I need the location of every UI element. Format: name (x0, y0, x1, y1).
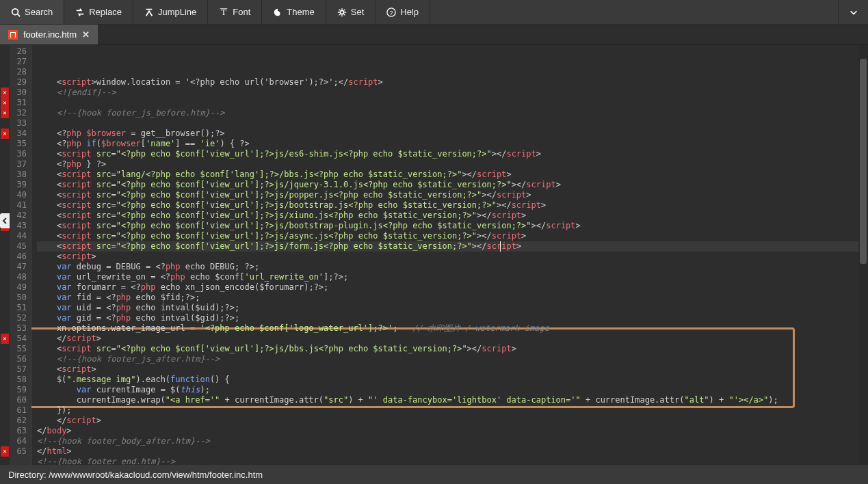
line-number: 46 (10, 252, 27, 262)
side-chevron-tab[interactable] (0, 213, 10, 228)
html5-icon (8, 30, 18, 40)
line-number: 49 (10, 282, 27, 293)
code-line[interactable]: <script src="lang/<?php echo $conf['lang… (37, 170, 868, 180)
font-label: Font (233, 7, 250, 17)
code-line[interactable]: <script src="<?php echo $conf['view_url'… (37, 200, 868, 211)
code-line[interactable]: var forumarr = <?php echo xn_json_encode… (37, 282, 868, 293)
line-number: 26 (10, 46, 27, 57)
code-line[interactable]: <script src="<?php echo $conf['view_url'… (37, 180, 868, 190)
line-number: 52 (10, 313, 27, 323)
line-number: 36 (10, 149, 27, 159)
text-cursor (500, 241, 501, 252)
collapse-toolbar-button[interactable] (838, 0, 868, 24)
code-line[interactable]: xn.options.water_image_url = '<?php echo… (37, 323, 868, 334)
code-line[interactable]: var debug = DEBUG = <?php echo DEBUG; ?>… (37, 262, 868, 272)
vertical-scrollbar[interactable] (858, 45, 868, 465)
status-bar: Directory: /www/wwwroot/kakacloud.com/vi… (0, 465, 868, 484)
line-number-gutter: 2627282930313233343536373839404142434445… (10, 45, 31, 465)
line-number: 33 (10, 118, 27, 129)
theme-menu[interactable]: Theme (262, 0, 326, 24)
code-line[interactable]: <![endif]--> (37, 88, 868, 98)
code-line[interactable]: <script src="<?php echo $conf['view_url'… (37, 241, 868, 252)
code-line[interactable]: <script> (37, 364, 868, 375)
line-number: 64 (10, 436, 27, 446)
code-line[interactable]: <script src="<?php echo $conf['view_url'… (37, 221, 868, 231)
font-menu[interactable]: T Font (208, 0, 262, 24)
code-line[interactable]: <?php if($browser['name'] == 'ie') { ?> (37, 139, 868, 149)
code-line[interactable]: currentImage.wrap("<a href='" + currentI… (37, 395, 868, 405)
code-line[interactable]: <!--{hook footer_js_before.htm}--> (37, 108, 868, 118)
set-label: Set (351, 7, 365, 17)
code-line[interactable]: var gid = <?php echo intval($gid);?>; (37, 313, 868, 323)
gear-icon (337, 8, 347, 17)
line-number: 59 (10, 385, 27, 395)
line-number: 58 (10, 375, 27, 385)
line-number: 40 (10, 190, 27, 200)
chevron-down-icon (849, 8, 858, 17)
code-line[interactable]: <script src="<?php echo $conf['view_url'… (37, 190, 868, 200)
code-line[interactable]: var url_rewrite_on = <?php echo $conf['u… (37, 272, 868, 282)
code-line[interactable] (37, 98, 868, 108)
replace-menu[interactable]: Replace (64, 0, 133, 24)
help-menu[interactable]: ? Help (376, 0, 430, 24)
error-gutter: ✕✕✕✕✕✕✕✕✕✕✕✕✕✕✕✕✕✕✕✕✕✕✕✕✕✕✕✕✕✕✕✕✕✕✕✕✕✕✕✕ (0, 45, 10, 465)
code-line[interactable]: var currentImage = $(this); (37, 385, 868, 395)
theme-label: Theme (287, 7, 314, 17)
scrollbar-thumb[interactable] (860, 59, 867, 264)
replace-icon (75, 8, 85, 17)
code-line[interactable]: <script>window.location = '<?php echo ur… (37, 77, 868, 88)
line-number: 38 (10, 170, 27, 180)
code-line[interactable]: <script src="<?php echo $conf['view_url'… (37, 211, 868, 221)
code-editor[interactable]: ✕✕✕✕✕✕✕✕✕✕✕✕✕✕✕✕✕✕✕✕✕✕✕✕✕✕✕✕✕✕✕✕✕✕✕✕✕✕✕✕… (0, 45, 868, 465)
tab-close-button[interactable]: ✕ (82, 29, 90, 40)
help-icon: ? (386, 8, 396, 17)
code-line[interactable]: </html> (37, 446, 868, 457)
tab-bar: footer.inc.htm ✕ (0, 25, 868, 45)
code-line[interactable]: <script> (37, 252, 868, 262)
code-line[interactable]: <?php } ?> (37, 159, 868, 170)
line-number: 35 (10, 139, 27, 149)
line-number: 61 (10, 405, 27, 416)
code-line[interactable]: <script src="<?php echo $conf['view_url'… (37, 149, 868, 159)
code-line[interactable]: <!--{hook footer_body_after.htm}--> (37, 436, 868, 446)
code-line[interactable]: <?php $browser = get__browser();?> (37, 129, 868, 139)
svg-point-4 (340, 10, 343, 14)
line-number: 57 (10, 364, 27, 375)
line-number: 34 (10, 129, 27, 139)
code-line[interactable]: $(".message img").each(function() { (37, 375, 868, 385)
code-line[interactable] (37, 118, 868, 129)
error-marker: ✕ (1, 98, 9, 108)
line-number: 43 (10, 221, 27, 231)
error-marker: ✕ (1, 88, 9, 98)
file-tab[interactable]: footer.inc.htm ✕ (0, 25, 98, 44)
line-number: 29 (10, 77, 27, 88)
svg-text:T: T (222, 8, 227, 17)
code-line[interactable]: var uid = <?php echo intval($uid);?>; (37, 303, 868, 313)
search-menu[interactable]: Search (0, 0, 64, 24)
code-line[interactable]: <script src="<?php echo $conf['view_url'… (37, 344, 868, 354)
set-menu[interactable]: Set (326, 0, 376, 24)
line-number: 47 (10, 262, 27, 272)
code-line[interactable]: </script> (37, 334, 868, 344)
code-line[interactable]: <!--{hook footer_end.htm}--> (37, 457, 868, 465)
code-line[interactable]: </script> (37, 416, 868, 426)
theme-icon (273, 8, 282, 17)
help-label: Help (400, 7, 419, 17)
code-line[interactable]: }); (37, 405, 868, 416)
line-number: 31 (10, 98, 27, 108)
directory-path: /www/wwwroot/kakacloud.com/view/htm/foot… (49, 470, 263, 480)
line-number: 39 (10, 180, 27, 190)
jumpline-menu[interactable]: JumpLine (133, 0, 208, 24)
error-marker: ✕ (1, 108, 9, 118)
code-line[interactable]: <!--{hook footer_js_after.htm}--> (37, 354, 868, 364)
line-number: 54 (10, 334, 27, 344)
line-number: 37 (10, 159, 27, 170)
error-marker: ✕ (1, 129, 9, 139)
jumpline-icon (144, 8, 154, 17)
code-area[interactable]: <script>window.location = '<?php echo ur… (31, 45, 868, 465)
code-line[interactable]: </body> (37, 426, 868, 436)
code-line[interactable]: var fid = <?php echo $fid;?>; (37, 293, 868, 303)
code-line[interactable]: <script src="<?php echo $conf['view_url'… (37, 231, 868, 241)
line-number: 50 (10, 293, 27, 303)
search-icon (11, 8, 21, 17)
